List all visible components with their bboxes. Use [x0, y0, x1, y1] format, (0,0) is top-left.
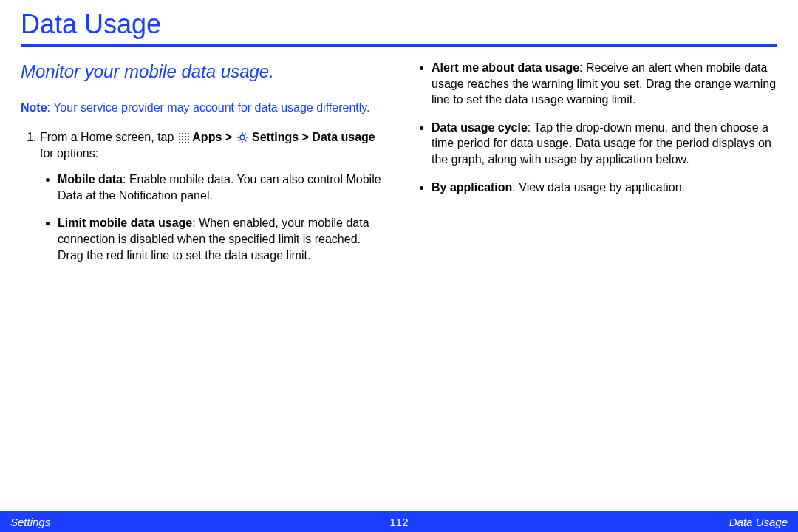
right-column: Alert me about data usage: Receive an al… — [414, 60, 777, 275]
data-usage-label: Data usage — [312, 131, 375, 143]
apps-icon — [177, 132, 189, 143]
step-1: From a Home screen, tap Apps > Settings … — [40, 129, 384, 263]
step-prefix: From a Home screen, tap — [40, 131, 177, 143]
list-item: Alert me about data usage: Receive an al… — [432, 60, 777, 108]
left-column: Monitor your mobile data usage. Note: Yo… — [21, 60, 384, 275]
bullet-term: Data usage cycle — [432, 121, 528, 134]
page-footer: Settings 112 Data Usage — [0, 511, 798, 532]
footer-page-number: 112 — [389, 516, 408, 528]
gt2: > — [299, 131, 312, 143]
bullet-term: By application — [432, 181, 512, 194]
svg-point-0 — [240, 135, 245, 140]
gt1: > — [222, 131, 235, 143]
settings-icon — [236, 131, 249, 144]
settings-label: Settings — [252, 131, 299, 143]
steps-list: From a Home screen, tap Apps > Settings … — [21, 129, 384, 263]
note-label: Note — [21, 101, 47, 114]
bullet-term: Mobile data — [58, 173, 123, 185]
step-suffix: for options: — [40, 147, 98, 160]
list-item: Limit mobile data usage: When enabled, y… — [58, 215, 384, 263]
bullet-term: Limit mobile data usage — [58, 216, 192, 229]
list-item: Mobile data: Enable mobile data. You can… — [58, 171, 384, 203]
title-rule — [21, 44, 777, 47]
footer-right: Data Usage — [409, 516, 788, 528]
apps-label: Apps — [192, 131, 222, 143]
page-title: Data Usage — [21, 9, 777, 44]
left-bullets: Mobile data: Enable mobile data. You can… — [40, 171, 384, 263]
section-subtitle: Monitor your mobile data usage. — [21, 60, 384, 83]
footer-left: Settings — [10, 516, 389, 528]
note-text: Note: Your service provider may account … — [21, 100, 384, 116]
bullet-term: Alert me about data usage — [432, 61, 579, 74]
right-bullets: Alert me about data usage: Receive an al… — [414, 60, 777, 195]
note-body: : Your service provider may account for … — [47, 101, 370, 114]
list-item: Data usage cycle: Tap the drop-down menu… — [432, 120, 777, 168]
bullet-desc: : View data usage by application. — [512, 181, 685, 194]
list-item: By application: View data usage by appli… — [432, 180, 777, 196]
